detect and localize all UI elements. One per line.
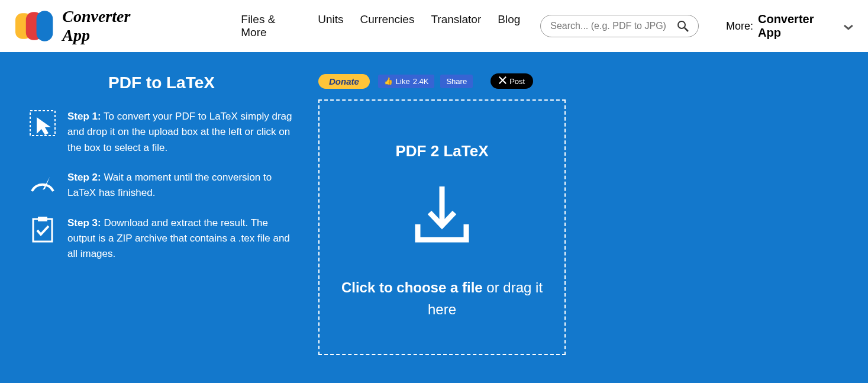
x-post-button[interactable]: Post bbox=[491, 73, 533, 89]
main-nav: Files & More Units Currencies Translator… bbox=[241, 13, 520, 39]
facebook-buttons: 👍 Like 2.4K Share bbox=[378, 75, 473, 88]
more-label: More: bbox=[726, 20, 753, 33]
fb-share-button[interactable]: Share bbox=[440, 75, 473, 88]
svg-rect-2 bbox=[37, 11, 53, 41]
fb-like-button[interactable]: 👍 Like 2.4K bbox=[378, 75, 435, 88]
cursor-select-icon bbox=[28, 109, 57, 137]
chevron-down-icon bbox=[843, 22, 854, 30]
nav-translator[interactable]: Translator bbox=[431, 13, 481, 39]
step-1: Step 1: To convert your PDF to LaTeX sim… bbox=[28, 109, 295, 156]
search-box[interactable] bbox=[540, 15, 699, 37]
page-title: PDF to LaTeX bbox=[28, 73, 295, 92]
step-3-text: Step 3: Download and extract the result.… bbox=[67, 215, 295, 262]
step-1-body: To convert your PDF to LaTeX simply drag… bbox=[67, 111, 292, 153]
main-content: PDF to LaTeX Step 1: To convert your PDF… bbox=[0, 52, 868, 383]
more-app-name: Converter App bbox=[758, 12, 838, 40]
thumb-up-icon: 👍 bbox=[384, 77, 393, 85]
download-icon bbox=[407, 182, 477, 247]
search-icon[interactable] bbox=[677, 20, 689, 32]
step-2: Step 2: Wait a moment until the conversi… bbox=[28, 170, 295, 201]
step-2-text: Step 2: Wait a moment until the conversi… bbox=[67, 170, 295, 201]
header: Converter App Files & More Units Currenc… bbox=[0, 0, 868, 52]
svg-rect-6 bbox=[33, 219, 52, 242]
nav-currencies[interactable]: Currencies bbox=[360, 13, 415, 39]
svg-rect-7 bbox=[38, 217, 47, 221]
dropzone-title: PDF 2 LaTeX bbox=[395, 142, 488, 160]
svg-point-3 bbox=[678, 21, 685, 28]
svg-line-4 bbox=[685, 28, 688, 31]
x-post-label: Post bbox=[509, 77, 525, 86]
social-row: Donate 👍 Like 2.4K Share Post bbox=[318, 73, 840, 89]
donate-button[interactable]: Donate bbox=[318, 74, 370, 89]
clipboard-check-icon bbox=[28, 215, 57, 244]
more-menu[interactable]: More: Converter App bbox=[726, 12, 854, 40]
nav-blog[interactable]: Blog bbox=[498, 13, 520, 39]
upload-panel: Donate 👍 Like 2.4K Share Post PDF 2 LaTe… bbox=[318, 73, 840, 355]
fb-like-label: Like bbox=[396, 77, 410, 86]
nav-files[interactable]: Files & More bbox=[241, 13, 301, 39]
instructions-panel: PDF to LaTeX Step 1: To convert your PDF… bbox=[28, 73, 295, 355]
logo[interactable]: Converter App bbox=[14, 7, 160, 45]
search-input[interactable] bbox=[550, 21, 677, 31]
fb-like-count: 2.4K bbox=[413, 77, 429, 86]
step-2-label: Step 2: bbox=[67, 172, 101, 183]
logo-icon bbox=[14, 9, 56, 43]
dropzone-cta: Click to choose a file or drag it here bbox=[320, 276, 564, 320]
step-1-text: Step 1: To convert your PDF to LaTeX sim… bbox=[67, 109, 295, 156]
step-3-label: Step 3: bbox=[67, 217, 101, 228]
x-icon bbox=[499, 76, 506, 86]
logo-text: Converter App bbox=[62, 7, 160, 45]
file-dropzone[interactable]: PDF 2 LaTeX Click to choose a file or dr… bbox=[318, 99, 566, 355]
step-1-label: Step 1: bbox=[67, 111, 101, 122]
step-3-body: Download and extract the result. The out… bbox=[67, 217, 290, 260]
fb-share-label: Share bbox=[446, 77, 467, 86]
dropzone-cta-bold: Click to choose a file bbox=[341, 279, 483, 295]
gauge-icon bbox=[28, 170, 57, 198]
step-3: Step 3: Download and extract the result.… bbox=[28, 215, 295, 262]
nav-units[interactable]: Units bbox=[318, 13, 343, 39]
